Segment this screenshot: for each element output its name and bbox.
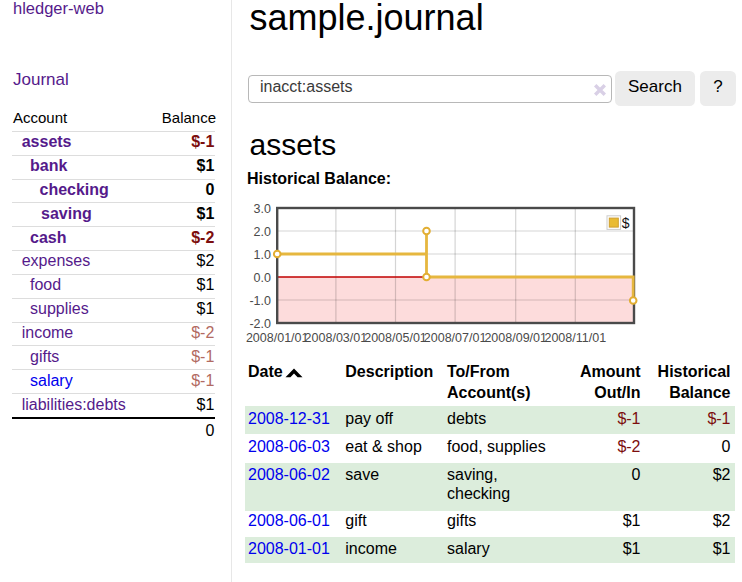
svg-text:3.0: 3.0 [254,202,271,216]
svg-text:-2.0: -2.0 [249,317,271,331]
svg-text:-1.0: -1.0 [249,294,271,308]
svg-text:2008/03/01: 2008/03/01 [305,331,368,345]
svg-text:0.0: 0.0 [254,271,271,285]
svg-text:2008/09/01: 2008/09/01 [484,331,547,345]
svg-text:$: $ [622,215,630,231]
svg-text:2008/11/01: 2008/11/01 [544,331,606,345]
svg-text:1.0: 1.0 [254,248,271,262]
svg-text:2008/05/01: 2008/05/01 [364,331,427,345]
svg-text:2008/07/01: 2008/07/01 [424,331,487,345]
svg-text:2008/01/01: 2008/01/01 [246,331,309,345]
svg-text:2.0: 2.0 [254,225,271,239]
